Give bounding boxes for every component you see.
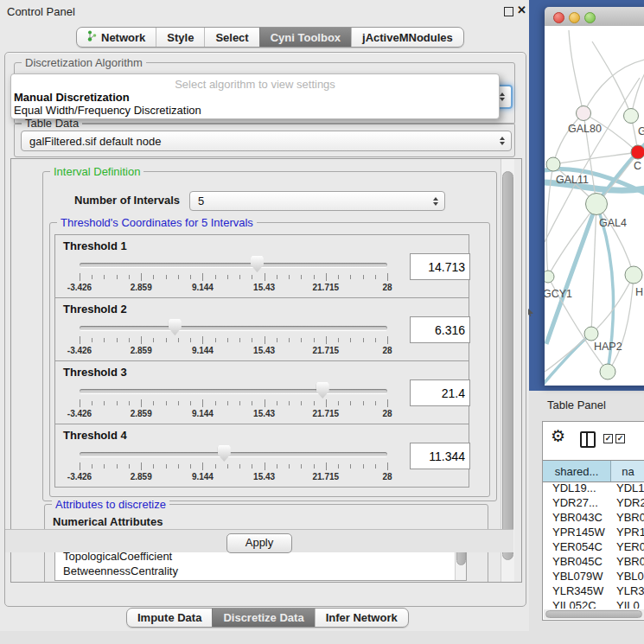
table-row[interactable]: YDR27...YDR2 xyxy=(543,496,644,511)
network-node[interactable] xyxy=(625,266,642,284)
tab-select[interactable]: Select xyxy=(204,28,258,47)
slider-track[interactable] xyxy=(80,263,387,267)
table-row[interactable]: YLR345WYLR3 xyxy=(543,584,644,599)
slider-thumb[interactable] xyxy=(251,256,264,272)
tab-impute-data[interactable]: Impute Data xyxy=(127,609,212,627)
cell-shared-name[interactable]: YDR27... xyxy=(552,496,598,509)
tick-label: 15.43 xyxy=(253,409,275,418)
tab-cyni-toolbox[interactable]: Cyni Toolbox xyxy=(259,28,351,47)
table-row[interactable]: YDL19...YDL1 xyxy=(543,481,644,496)
slider-thumb[interactable] xyxy=(316,382,329,399)
network-node[interactable] xyxy=(546,157,560,171)
attribute-list-item[interactable]: BetweennessCentrality xyxy=(55,564,466,578)
algorithm-option[interactable]: Equal Width/Frequency Discretization xyxy=(14,104,201,117)
network-node[interactable] xyxy=(586,194,608,215)
algorithm-option[interactable]: Manual Discretization xyxy=(14,91,130,104)
network-node[interactable] xyxy=(631,145,644,159)
node-label: C xyxy=(634,160,641,172)
number-of-intervals-combobox[interactable]: 5 xyxy=(189,191,445,211)
cell-name[interactable]: YER0 xyxy=(616,540,644,553)
network-window-titlebar[interactable] xyxy=(545,7,644,27)
threshold-slider[interactable]: -3.4262.8599.14415.4321.71528 xyxy=(80,256,387,294)
network-node[interactable] xyxy=(577,106,591,121)
threshold-value-field[interactable] xyxy=(410,316,470,343)
tab-network[interactable]: Network xyxy=(77,28,156,47)
cell-shared-name[interactable]: YDL19... xyxy=(552,481,596,494)
threshold-value-field[interactable] xyxy=(410,379,470,406)
column-header-name[interactable]: na xyxy=(611,461,644,481)
tab-label: Cyni Toolbox xyxy=(271,31,341,44)
table-row[interactable]: YPR145WYPR1 xyxy=(543,526,644,540)
threshold-slider[interactable]: -3.4262.8599.14415.4321.71528 xyxy=(80,445,387,483)
network-view[interactable]: GAL80GCGAL11GAL4GCY1HHAP2 xyxy=(545,26,644,386)
network-node[interactable] xyxy=(584,327,598,341)
threshold-slider[interactable]: -3.4262.8599.14415.4321.71528 xyxy=(80,319,387,357)
slider-thumb[interactable] xyxy=(169,319,182,335)
combo-arrows-icon xyxy=(500,92,505,101)
cell-name[interactable]: YPR1 xyxy=(616,526,644,539)
tab-label: jActiveMNodules xyxy=(362,31,453,44)
tab-label: Select xyxy=(215,31,248,44)
cell-name[interactable]: YBR0 xyxy=(616,555,644,568)
checkbox-icon[interactable]: ✓ xyxy=(603,434,613,443)
cell-shared-name[interactable]: YBR045C xyxy=(552,555,603,568)
table-hscrollbar[interactable] xyxy=(544,609,644,619)
cell-shared-name[interactable]: YBR043C xyxy=(552,511,603,524)
column-layout-icon[interactable] xyxy=(580,431,596,448)
slider-track[interactable] xyxy=(80,326,387,330)
network-node[interactable] xyxy=(600,364,615,379)
table-panel-title: Table Panel xyxy=(547,399,606,411)
float-window-icon[interactable] xyxy=(504,7,513,16)
tab-label: Style xyxy=(167,31,194,44)
tab-label: Discretize Data xyxy=(223,611,303,624)
cell-shared-name[interactable]: YPR145W xyxy=(552,526,605,539)
tab-label: Infer Network xyxy=(326,611,398,624)
tab-discretize-data[interactable]: Discretize Data xyxy=(212,609,314,627)
tick-label: 2.859 xyxy=(131,346,152,355)
checkbox-icon[interactable]: ✓ xyxy=(615,434,625,443)
close-traffic-light-icon[interactable] xyxy=(553,12,564,23)
cell-name[interactable]: YBR0 xyxy=(616,511,644,524)
tick-label: 21.715 xyxy=(313,346,340,355)
tab-infer-network[interactable]: Infer Network xyxy=(315,609,408,627)
settings-scrollbar[interactable] xyxy=(501,159,514,582)
network-node[interactable] xyxy=(545,271,554,283)
threshold-label: Threshold 3 xyxy=(63,366,127,379)
table-row[interactable]: YER054CYER0 xyxy=(543,540,644,555)
column-header-shared-name[interactable]: shared... xyxy=(543,461,611,481)
cell-name[interactable]: YDL1 xyxy=(616,481,644,494)
cell-shared-name[interactable]: YBL079W xyxy=(552,570,603,583)
minimize-traffic-light-icon[interactable] xyxy=(569,12,580,23)
cell-name[interactable]: YBL0 xyxy=(616,570,644,583)
cell-name[interactable]: YLR3 xyxy=(616,584,644,597)
apply-button[interactable]: Apply xyxy=(226,533,292,553)
threshold-value-field[interactable] xyxy=(410,253,470,280)
slider-track[interactable] xyxy=(80,452,387,456)
table-row[interactable]: YBR045CYBR0 xyxy=(543,555,644,570)
threshold-value-field[interactable] xyxy=(410,443,470,469)
table-data-combobox[interactable]: galFiltered.sif default node xyxy=(21,131,512,151)
threshold-slider[interactable]: -3.4262.8599.14415.4321.71528 xyxy=(80,382,387,420)
close-icon[interactable]: ✕ xyxy=(517,3,526,16)
popup-hint: Select algorithm to view settings xyxy=(11,78,499,91)
zoom-traffic-light-icon[interactable] xyxy=(584,12,596,23)
cell-shared-name[interactable]: YIL052C xyxy=(552,599,596,609)
tab-label: Network xyxy=(101,31,145,44)
network-node[interactable] xyxy=(624,109,639,124)
cell-shared-name[interactable]: YER054C xyxy=(552,540,603,553)
cell-shared-name[interactable]: YLR345W xyxy=(552,584,603,597)
node-label: H xyxy=(635,286,643,298)
cell-name[interactable]: YIL0 xyxy=(616,599,640,609)
slider-thumb[interactable] xyxy=(218,445,231,462)
cell-name[interactable]: YDR2 xyxy=(616,496,644,509)
gear-icon[interactable]: ⚙ xyxy=(551,428,565,444)
algorithm-dropdown-popup: Select algorithm to view settings Manual… xyxy=(10,73,500,119)
slider-track[interactable] xyxy=(80,389,387,393)
tab-style[interactable]: Style xyxy=(156,28,204,47)
table-row[interactable]: YBR043CYBR0 xyxy=(543,511,644,526)
threshold-panel: Threshold 4-3.4262.8599.14415.4321.71528 xyxy=(54,424,469,488)
tab-jactivemnodules[interactable]: jActiveMNodules xyxy=(351,28,463,47)
table-row[interactable]: YIL052CYIL0 xyxy=(543,599,644,609)
panel-title: Control Panel xyxy=(7,5,75,18)
table-row[interactable]: YBL079WYBL0 xyxy=(543,570,644,584)
